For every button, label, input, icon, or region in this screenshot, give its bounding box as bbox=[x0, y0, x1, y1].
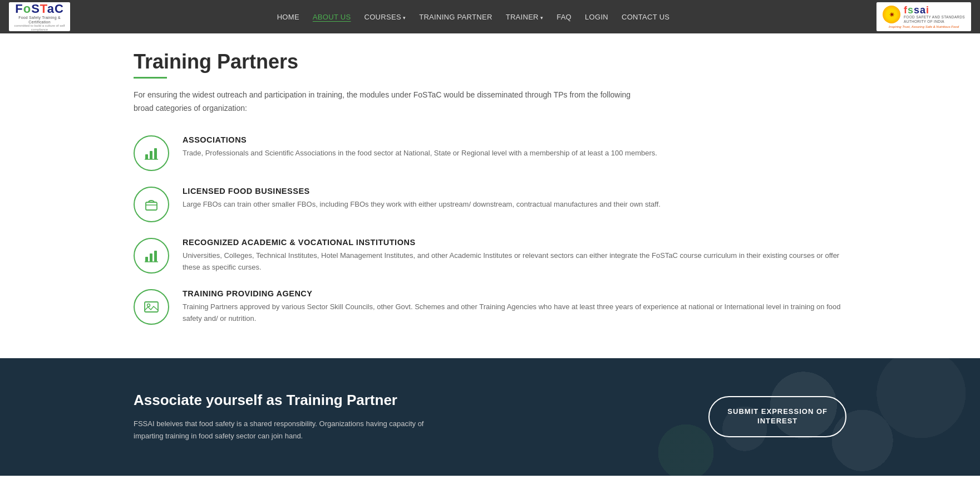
svg-rect-7 bbox=[150, 253, 152, 262]
category-list: ASSOCIATIONS Trade, Professionals and Sc… bbox=[134, 135, 846, 325]
cta-heading: Associate yourself as Training Partner bbox=[134, 392, 445, 409]
training-agency-icon-wrap bbox=[134, 289, 169, 325]
academic-desc: Universities, Colleges, Technical Instit… bbox=[183, 250, 846, 274]
associations-icon-wrap bbox=[134, 135, 169, 171]
site-logo[interactable]: FoSTaC Food Safety Training & Certificat… bbox=[9, 2, 70, 31]
nav-about-us[interactable]: ABOUT US bbox=[306, 13, 358, 21]
page-title: Training Partners bbox=[134, 50, 846, 79]
cta-text-block: Associate yourself as Training Partner F… bbox=[134, 392, 445, 442]
fssai-subtitle: FOOD SAFETY AND STANDARDSAUTHORITY OF IN… bbox=[904, 15, 965, 24]
image-icon bbox=[142, 298, 160, 316]
bar-chart-2-icon bbox=[142, 247, 160, 265]
cta-section: Associate yourself as Training Partner F… bbox=[0, 358, 980, 476]
academic-icon-wrap bbox=[134, 238, 169, 274]
academic-title: RECOGNIZED ACADEMIC & VOCATIONAL INSTITU… bbox=[183, 238, 846, 247]
fssai-brand-text: fssai bbox=[904, 5, 965, 15]
fssai-logo: ☀ fssai FOOD SAFETY AND STANDARDSAUTHORI… bbox=[876, 2, 971, 31]
category-academic: RECOGNIZED ACADEMIC & VOCATIONAL INSTITU… bbox=[134, 238, 846, 274]
associations-desc: Trade, Professionals and Scientific Asso… bbox=[183, 147, 846, 159]
nav-courses[interactable]: COURSES▾ bbox=[357, 13, 412, 21]
logo-subtitle: Food Safety Training & Certification bbox=[11, 16, 68, 24]
bag-icon bbox=[142, 196, 160, 213]
bar-chart-icon bbox=[142, 144, 160, 162]
fssai-emblem-icon: ☀ bbox=[883, 6, 900, 23]
training-agency-text: TRAINING PROVIDING AGENCY Training Partn… bbox=[183, 289, 846, 325]
fssai-tagline: Inspiring Trust, Assuring Safe & Nutriti… bbox=[883, 25, 965, 28]
nav-home[interactable]: HOME bbox=[270, 13, 306, 21]
training-partners-section: Training Partners For ensuring the wides… bbox=[0, 33, 980, 358]
category-licensed-food: LICENSED FOOD BUSINESSES Large FBOs can … bbox=[134, 187, 846, 222]
svg-rect-8 bbox=[154, 251, 157, 262]
category-training-agency: TRAINING PROVIDING AGENCY Training Partn… bbox=[134, 289, 846, 325]
main-content: Training Partners For ensuring the wides… bbox=[0, 0, 980, 476]
page-intro-text: For ensuring the widest outreach and par… bbox=[134, 89, 634, 115]
svg-rect-0 bbox=[145, 154, 148, 159]
cta-desc: FSSAI beleives that food safety is a sha… bbox=[134, 418, 445, 442]
navbar: FoSTaC Food Safety Training & Certificat… bbox=[0, 0, 980, 33]
nav-login[interactable]: LOGIN bbox=[578, 13, 615, 21]
svg-rect-4 bbox=[146, 202, 157, 210]
svg-rect-10 bbox=[145, 302, 158, 312]
svg-rect-6 bbox=[145, 257, 148, 262]
courses-dropdown-arrow: ▾ bbox=[403, 15, 406, 21]
licensed-food-icon-wrap bbox=[134, 187, 169, 222]
nav-trainer[interactable]: TRAINER▾ bbox=[499, 13, 550, 21]
nav-faq[interactable]: FAQ bbox=[550, 13, 578, 21]
trainer-dropdown-arrow: ▾ bbox=[540, 15, 543, 21]
cta-button-wrap: SUBMIT EXPRESSION OFINTEREST bbox=[708, 396, 846, 437]
training-agency-title: TRAINING PROVIDING AGENCY bbox=[183, 289, 846, 298]
submit-expression-button[interactable]: SUBMIT EXPRESSION OFINTEREST bbox=[708, 396, 846, 437]
licensed-food-desc: Large FBOs can train other smaller FBOs,… bbox=[183, 198, 846, 210]
associations-title: ASSOCIATIONS bbox=[183, 135, 846, 144]
svg-rect-2 bbox=[154, 148, 157, 159]
nav-links: HOME ABOUT US COURSES▾ TRAINING PARTNER … bbox=[270, 12, 677, 22]
licensed-food-title: LICENSED FOOD BUSINESSES bbox=[183, 187, 846, 196]
training-agency-desc: Training Partners approved by various Se… bbox=[183, 301, 846, 325]
licensed-food-text: LICENSED FOOD BUSINESSES Large FBOs can … bbox=[183, 187, 846, 210]
logo-tagline: committed to build a culture of self com… bbox=[11, 24, 68, 31]
nav-contact-us[interactable]: CONTACT US bbox=[615, 13, 676, 21]
category-associations: ASSOCIATIONS Trade, Professionals and Sc… bbox=[134, 135, 846, 171]
associations-text: ASSOCIATIONS Trade, Professionals and Sc… bbox=[183, 135, 846, 159]
svg-point-11 bbox=[147, 304, 150, 306]
nav-training-partner[interactable]: TRAINING PARTNER bbox=[412, 13, 499, 21]
svg-rect-1 bbox=[150, 151, 152, 159]
academic-text: RECOGNIZED ACADEMIC & VOCATIONAL INSTITU… bbox=[183, 238, 846, 274]
